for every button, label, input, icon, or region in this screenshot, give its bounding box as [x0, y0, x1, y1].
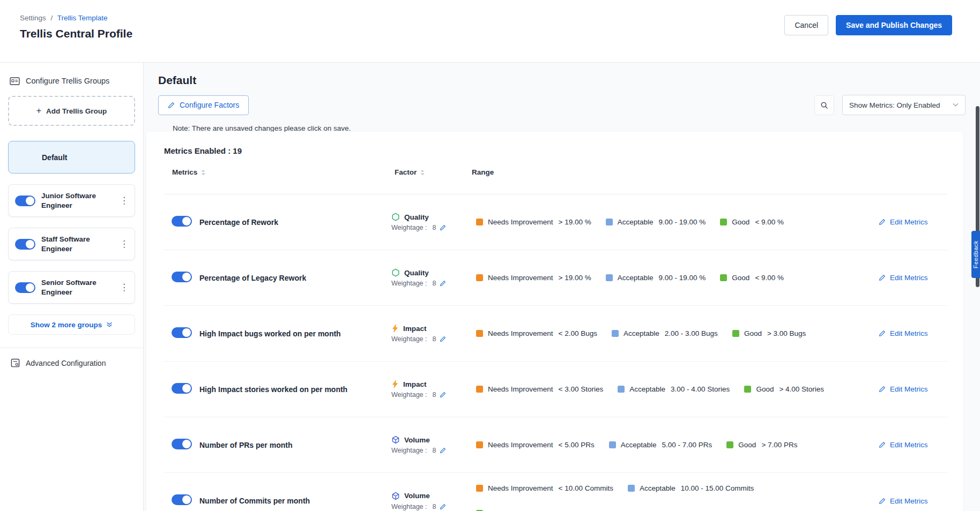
metric-name: High Impact bugs worked on per month [196, 329, 391, 338]
edit-weightage-icon[interactable] [440, 280, 446, 287]
edit-metrics-link[interactable]: Edit Metrics [879, 385, 928, 393]
factor-name: Quality [404, 213, 429, 221]
range-needs-improvement: Needs Improvement> 19.00 % [476, 274, 591, 282]
sidebar-group-default[interactable]: Default [8, 141, 135, 174]
pencil-icon [168, 102, 175, 109]
search-button[interactable] [814, 95, 834, 115]
table-header-row: Metrics Factor Range [164, 168, 947, 194]
edit-weightage-icon[interactable] [440, 392, 446, 398]
volume-icon [391, 435, 400, 444]
kebab-menu-icon[interactable]: ⋮ [120, 238, 128, 250]
sidebar-group-senior[interactable]: Senior Software Engineer ⋮ [8, 271, 135, 304]
range-acceptable: Acceptable9.00 - 19.00 % [606, 218, 706, 226]
sidebar-group-junior[interactable]: Junior Software Engineer ⋮ [8, 184, 135, 217]
sort-icon[interactable] [420, 169, 425, 176]
volume-icon [391, 492, 400, 500]
group-toggle[interactable] [15, 239, 35, 250]
add-trellis-group-button[interactable]: + Add Trellis Group [8, 96, 135, 126]
kebab-menu-icon[interactable]: ⋮ [120, 195, 128, 206]
range-color-swatch [618, 386, 625, 393]
factor-name: Quality [404, 269, 429, 277]
metrics-table-card: Metrics Enabled : 19 Metrics Factor Rang… [146, 132, 963, 511]
range-color-swatch [732, 330, 739, 337]
range-color-swatch [744, 386, 751, 393]
group-name: Junior Software Engineer [41, 191, 102, 210]
range-color-swatch [628, 485, 635, 492]
metric-toggle[interactable] [172, 439, 192, 449]
metric-toggle[interactable] [172, 216, 192, 227]
range-color-swatch [609, 441, 616, 448]
group-toggle[interactable] [15, 282, 35, 293]
factor-name: Impact [403, 380, 427, 388]
edit-weightage-icon[interactable] [440, 224, 446, 231]
configure-trellis-groups-label: Configure Trellis Groups [26, 77, 109, 85]
factor-name: Volume [404, 436, 430, 444]
range-good: Good> 3.00 Bugs [732, 329, 806, 337]
metrics-filter-value: Show Metrics: Only Enabled [849, 101, 940, 109]
feedback-tab[interactable]: Feedback [971, 231, 980, 278]
column-range-label: Range [472, 168, 494, 176]
weightage-label: Weightage : [391, 280, 427, 287]
range-acceptable: Acceptable9.00 - 19.00 % [606, 274, 706, 282]
pencil-icon [879, 330, 886, 337]
weightage-label: Weightage : [391, 391, 427, 399]
range-needs-improvement: Needs Improvement< 3.00 Stories [476, 385, 603, 393]
metric-toggle[interactable] [172, 272, 192, 282]
advanced-config-label: Advanced Configuration [26, 359, 106, 367]
pencil-icon [879, 386, 886, 393]
edit-metrics-link[interactable]: Edit Metrics [879, 441, 928, 449]
edit-weightage-icon[interactable] [440, 336, 446, 342]
group-toggle[interactable] [15, 196, 35, 206]
metric-name: Number of PRs per month [196, 441, 391, 449]
default-group-label: Default [42, 153, 67, 162]
show-more-groups-link[interactable]: Show 2 more groups [8, 314, 135, 335]
range-color-swatch [476, 330, 483, 337]
kebab-menu-icon[interactable]: ⋮ [120, 282, 128, 293]
metric-name: Percentage of Legacy Rework [196, 274, 391, 282]
metrics-enabled-count: Metrics Enabled : 19 [164, 132, 947, 155]
edit-metrics-link[interactable]: Edit Metrics [879, 274, 928, 282]
metrics-filter-select[interactable]: Show Metrics: Only Enabled [842, 95, 966, 115]
range-color-swatch [612, 330, 619, 337]
edit-metrics-link[interactable]: Edit Metrics [879, 497, 928, 505]
advanced-configuration-link[interactable]: Advanced Configuration [0, 348, 143, 378]
breadcrumb-settings[interactable]: Settings [20, 14, 46, 22]
pencil-icon [879, 441, 886, 448]
breadcrumb-separator: / [51, 14, 53, 22]
factor-name: Volume [404, 492, 430, 500]
metric-row: Number of PRs per month Volume Weightage… [164, 417, 947, 473]
metric-toggle[interactable] [172, 383, 192, 394]
metric-toggle[interactable] [172, 494, 192, 505]
edit-weightage-icon[interactable] [440, 504, 446, 510]
save-and-publish-button[interactable]: Save and Publish Changes [836, 15, 952, 35]
cancel-button[interactable]: Cancel [784, 15, 828, 35]
metric-row: Percentage of Rework Quality Weightage :… [164, 194, 947, 250]
factor-name: Impact [403, 325, 427, 333]
weightage-label: Weightage : [391, 224, 427, 231]
range-color-swatch [720, 274, 727, 281]
metric-row: Percentage of Legacy Rework Quality Weig… [164, 250, 947, 306]
column-factor-label: Factor [395, 168, 417, 176]
range-good: Good> 4.00 Stories [744, 385, 824, 393]
range-good: Good> 7.00 PRs [726, 441, 797, 449]
metric-row: High Impact bugs worked on per month Imp… [164, 306, 947, 362]
metric-toggle[interactable] [172, 327, 192, 338]
range-color-swatch [476, 441, 483, 448]
breadcrumb-trellis-template[interactable]: Trellis Template [57, 14, 108, 22]
app-header: Settings / Trellis Template Trellis Cent… [0, 0, 980, 63]
group-name: Senior Software Engineer [41, 278, 102, 297]
pencil-icon [879, 498, 886, 505]
range-color-swatch [726, 441, 733, 448]
edit-metrics-link[interactable]: Edit Metrics [879, 329, 928, 337]
group-title: Default [158, 74, 966, 87]
range-color-swatch [606, 274, 613, 281]
sort-icon[interactable] [201, 169, 205, 176]
edit-weightage-icon[interactable] [440, 447, 446, 454]
range-needs-improvement: Needs Improvement> 19.00 % [476, 218, 591, 226]
sidebar-group-staff[interactable]: Staff Software Engineer ⋮ [8, 228, 135, 260]
main-content: Default Configure Factors Show Metr [144, 63, 980, 511]
weightage-value: 8 [432, 447, 436, 454]
edit-metrics-link[interactable]: Edit Metrics [879, 218, 928, 226]
range-color-swatch [476, 219, 483, 226]
configure-factors-button[interactable]: Configure Factors [158, 95, 249, 115]
